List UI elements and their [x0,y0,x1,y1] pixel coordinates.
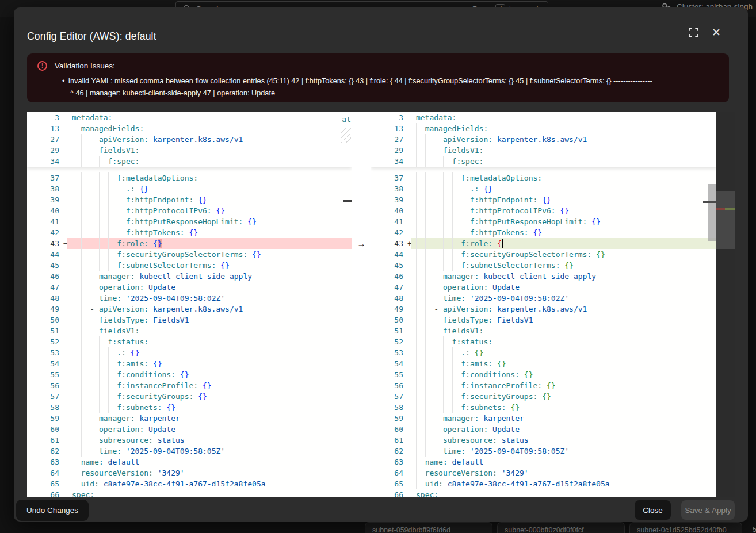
line-number: 59 [27,413,59,424]
table-cell-subnet[interactable]: subnet-000bft0z0df0f0fcf [497,522,625,533]
line-number: 51 [371,325,403,336]
code-line[interactable]: 52 f:status: [371,336,716,347]
code-line[interactable]: 40 f:httpProtocolIPv6: {} [27,205,352,216]
diff-marker [403,347,416,358]
code-line[interactable]: 27 - apiVersion: karpenter.k8s.aws/v1 [27,134,352,145]
code-line[interactable]: 34 f:spec: [371,156,716,167]
diff-marker [403,467,416,478]
code-line[interactable]: 60 operation: Update [27,424,352,435]
code-line[interactable]: 64 resourceVersion: '3429' [371,467,716,478]
code-line[interactable]: 56 f:instanceProfile: {} [371,380,716,391]
code-line[interactable]: 45 f:subnetSelectorTerms: {} [27,260,352,271]
code-line[interactable]: 42 f:httpTokens: {} [27,227,352,238]
code-line[interactable]: 65 uid: c8afe97e-38cc-4f91-a767-d15f2a8f… [371,478,716,489]
overview-viewport[interactable] [716,191,735,249]
code-line[interactable]: 66spec: [371,489,716,497]
code-text: f:httpPutResponseHopLimit: {} [72,216,352,227]
code-line[interactable]: 53 .: {} [27,347,352,358]
code-line[interactable]: 51 fieldsV1: [27,325,352,336]
diff-overview-ruler[interactable] [716,112,735,497]
code-line[interactable]: 48 time: '2025-09-04T09:58:02Z' [27,293,352,304]
scrollbar-slider[interactable] [708,184,716,241]
code-text: fieldsType: FieldsV1 [416,315,716,325]
code-line[interactable]: 40 f:httpProtocolIPv6: {} [371,205,716,216]
code-line[interactable]: 62 time: '2025-09-04T09:58:05Z' [27,446,352,457]
code-line[interactable]: 3metadata: [27,112,352,123]
code-text: f:conditions: {} [416,369,716,380]
code-line[interactable]: 54 f:amis: {} [371,358,716,369]
code-line[interactable]: 60 operation: Update [371,424,716,435]
code-line[interactable]: 62 time: '2025-09-04T09:58:05Z' [371,446,716,457]
code-line[interactable]: 63 name: default [371,457,716,467]
code-line[interactable]: 55 f:conditions: {} [371,369,716,380]
diff-editor-modified[interactable]: 37 f:metadataOptions:38 .: {}39 f:httpEn… [371,112,716,497]
code-line[interactable]: 27 - apiVersion: karpenter.k8s.aws/v1 [371,134,716,145]
code-line[interactable]: 41 f:httpPutResponseHopLimit: {} [27,216,352,227]
line-number: 58 [27,402,59,413]
code-line[interactable]: 47 operation: Update [27,282,352,293]
code-line[interactable]: 42 f:httpTokens: {} [371,227,716,238]
table-cell-subnet[interactable]: subnet-0c1d525bd52d40fb0 [629,522,742,533]
code-line[interactable]: 37 f:metadataOptions: [27,172,352,183]
code-line[interactable]: 50 fieldsType: FieldsV1 [371,315,716,325]
code-line[interactable]: 44 f:securityGroupSelectorTerms: {} [27,249,352,260]
code-line[interactable]: 50 fieldsType: FieldsV1 [27,315,352,325]
code-line[interactable]: 29 fieldsV1: [371,145,716,156]
code-text: operation: Update [72,424,352,435]
code-line[interactable]: 45 f:subnetSelectorTerms: {} [371,260,716,271]
code-line[interactable]: 44 f:securityGroupSelectorTerms: {} [371,249,716,260]
close-dialog-button[interactable]: ✕ [709,25,724,40]
code-line[interactable]: 34 f:spec: [27,156,352,167]
line-number: 41 [27,216,59,227]
code-line[interactable]: 3metadata: [371,112,716,123]
code-line[interactable]: 39 f:httpEndpoint: {} [27,194,352,205]
code-line[interactable]: 41 f:httpPutResponseHopLimit: {} [371,216,716,227]
diff-marker [403,478,416,489]
code-line[interactable]: 57 f:securityGroups: {} [27,391,352,402]
code-line[interactable]: 43+ f:role: { [371,238,716,249]
code-line[interactable]: 37 f:metadataOptions: [371,172,716,183]
code-text: f:subnetSelectorTerms: {} [72,260,352,271]
code-line[interactable]: 48 time: '2025-09-04T09:58:02Z' [371,293,716,304]
code-line[interactable]: 13 managedFields: [27,123,352,134]
table-cell-subnet[interactable]: subnet-059dbrbff9f6fd6d [365,522,492,533]
code-line[interactable]: 13 managedFields: [371,123,716,134]
fullscreen-button[interactable] [686,25,701,40]
code-line[interactable]: 66spec: [27,489,352,497]
code-line[interactable]: 57 f:securityGroups: {} [371,391,716,402]
save-apply-button[interactable]: Save & Apply [681,500,735,520]
code-line[interactable]: 38 .: {} [371,183,716,194]
code-text: f:metadataOptions: [416,172,716,183]
code-line[interactable]: 55 f:conditions: {} [27,369,352,380]
diff-marker [403,172,416,183]
close-button[interactable]: Close [635,500,671,520]
code-line[interactable]: 51 fieldsV1: [371,325,716,336]
code-line[interactable]: 38 .: {} [27,183,352,194]
code-line[interactable]: 63 name: default [27,457,352,467]
diff-editor-original[interactable]: 37 f:metadataOptions:38 .: {}39 f:httpEn… [27,112,352,497]
code-line[interactable]: 61 subresource: status [27,435,352,446]
revert-change-arrow-icon[interactable]: → [352,238,371,249]
code-line[interactable]: 61 subresource: status [371,435,716,446]
code-line[interactable]: 59 manager: karpenter [27,413,352,424]
code-line[interactable]: 58 f:subnets: {} [27,402,352,413]
code-line[interactable]: 49 - apiVersion: karpenter.k8s.aws/v1 [27,304,352,315]
undo-changes-button[interactable]: Undo Changes [16,500,89,521]
code-line[interactable]: 53 .: {} [371,347,716,358]
code-line[interactable]: 58 f:subnets: {} [371,402,716,413]
code-line[interactable]: 56 f:instanceProfile: {} [27,380,352,391]
code-line[interactable]: 46 manager: kubectl-client-side-apply [27,271,352,282]
code-line[interactable]: 65 uid: c8afe97e-38cc-4f91-a767-d15f2a8f… [27,478,352,489]
code-line[interactable]: 29 fieldsV1: [27,145,352,156]
line-number: 60 [27,424,59,435]
overview-deleted-mark [716,208,725,210]
code-line[interactable]: 54 f:amis: {} [27,358,352,369]
code-line[interactable]: 47 operation: Update [371,282,716,293]
code-line[interactable]: 59 manager: karpenter [371,413,716,424]
code-line[interactable]: 43− f:role: {} [27,238,352,249]
code-line[interactable]: 39 f:httpEndpoint: {} [371,194,716,205]
code-line[interactable]: 52 f:status: [27,336,352,347]
code-line[interactable]: 64 resourceVersion: '3429' [27,467,352,478]
code-line[interactable]: 49 - apiVersion: karpenter.k8s.aws/v1 [371,304,716,315]
code-line[interactable]: 46 manager: kubectl-client-side-apply [371,271,716,282]
